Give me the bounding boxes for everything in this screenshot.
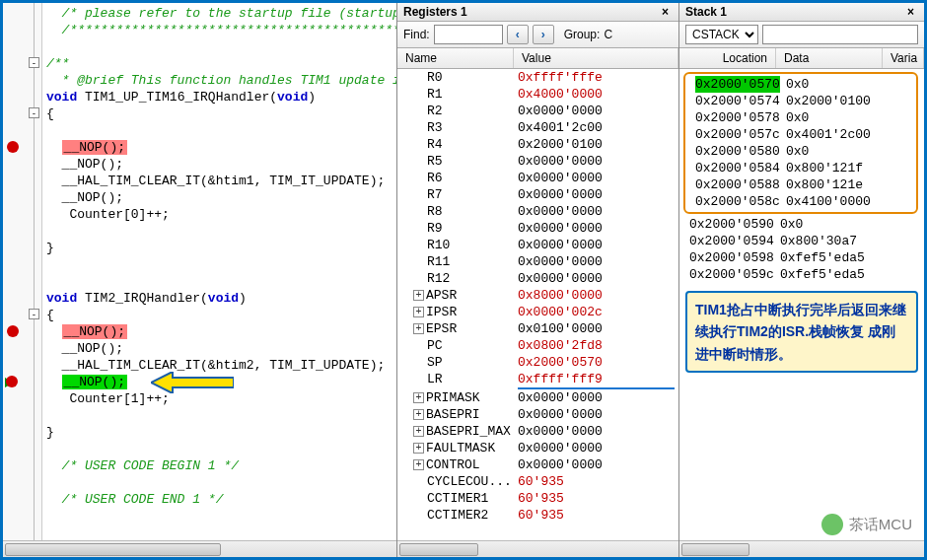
stack-row[interactable]: 0x2000'05880x800'121e <box>685 176 916 193</box>
breakpoint-icon[interactable] <box>7 325 19 337</box>
register-row[interactable]: LR0xffff'fff9 <box>397 371 678 389</box>
register-row[interactable]: R120x0000'0000 <box>397 270 678 287</box>
close-icon[interactable]: × <box>658 5 673 19</box>
stack-row[interactable]: 0x2000'057c0x4001'2c00 <box>685 126 916 143</box>
register-name: BASEPRI <box>426 407 480 422</box>
register-row[interactable]: R50x0000'0000 <box>397 153 678 170</box>
code-editor-panel: --- /* please refer to the startup file … <box>3 3 397 557</box>
stack-row[interactable]: 0x2000'05980xfef5'eda5 <box>679 249 924 266</box>
annotation-box: TIM1抢占中断执行完毕后返回来继续执行TIM2的ISR.栈帧恢复 成刚进中断时… <box>685 291 918 373</box>
register-row[interactable]: SP0x2000'0570 <box>397 354 678 371</box>
register-row[interactable]: R70x0000'0000 <box>397 186 678 203</box>
find-input[interactable] <box>434 25 503 44</box>
expand-icon[interactable]: + <box>413 443 424 454</box>
register-row[interactable]: CYCLECOU...60'935 <box>397 473 678 490</box>
stack-location: 0x2000'0570 <box>695 76 780 93</box>
stack-location: 0x2000'0580 <box>695 144 780 159</box>
group-value[interactable]: C <box>604 28 612 41</box>
col-value[interactable]: Value <box>514 48 678 68</box>
code-body[interactable]: --- /* please refer to the startup file … <box>3 3 396 540</box>
register-row[interactable]: R60x0000'0000 <box>397 170 678 186</box>
register-row[interactable]: +APSR0x8000'0000 <box>397 287 678 304</box>
register-name: R8 <box>427 204 443 219</box>
stack-row[interactable]: 0x2000'05700x0 <box>685 76 916 93</box>
breakpoint-icon[interactable] <box>7 141 19 153</box>
stack-row[interactable]: 0x2000'05800x0 <box>685 143 916 160</box>
register-row[interactable]: R100x0000'0000 <box>397 237 678 253</box>
register-value: 0x0000'0000 <box>518 186 675 203</box>
stack-address-input[interactable] <box>762 25 918 44</box>
fold-icon[interactable]: - <box>29 107 39 118</box>
register-row[interactable]: R80x0000'0000 <box>397 203 678 220</box>
expand-icon[interactable]: + <box>413 426 424 437</box>
close-icon[interactable]: × <box>903 5 918 19</box>
stack-data: 0x0 <box>780 216 920 233</box>
expand-icon[interactable]: + <box>413 392 424 403</box>
register-name: R11 <box>427 254 450 269</box>
register-name: R6 <box>427 171 443 185</box>
code-gutter: --- <box>3 3 42 540</box>
col-location[interactable]: Location <box>679 48 776 68</box>
stack-row[interactable]: 0x2000'05940x800'30a7 <box>679 233 924 249</box>
expand-icon[interactable]: + <box>413 459 424 470</box>
register-value: 0x0000'002c <box>518 304 675 320</box>
expand-icon[interactable]: + <box>413 409 424 420</box>
register-name: PC <box>427 338 443 353</box>
expand-icon[interactable]: + <box>413 323 424 334</box>
register-name: R7 <box>427 187 443 202</box>
register-row[interactable]: +BASEPRI_MAX0x0000'0000 <box>397 423 678 440</box>
code-hscrollbar[interactable] <box>3 540 396 557</box>
stack-hscrollbar[interactable] <box>679 540 924 557</box>
register-row[interactable]: R40x2000'0100 <box>397 136 678 153</box>
stack-titlebar: Stack 1 × <box>679 3 924 22</box>
stack-select[interactable]: CSTACK <box>685 25 758 44</box>
stack-data: 0x4100'0000 <box>786 193 912 210</box>
register-row[interactable]: +PRIMASK0x0000'0000 <box>397 389 678 406</box>
register-name: CONTROL <box>426 457 480 472</box>
stack-row[interactable]: 0x2000'058c0x4100'0000 <box>685 193 916 210</box>
registers-body[interactable]: R00xffff'fffeR10x4000'0000R20x0000'0000R… <box>397 69 678 540</box>
stack-location: 0x2000'0590 <box>683 216 780 233</box>
col-name[interactable]: Name <box>397 48 514 68</box>
find-next-button[interactable]: › <box>533 25 554 44</box>
register-row[interactable]: +EPSR0x0100'0000 <box>397 320 678 337</box>
register-value: 0x4000'0000 <box>518 86 675 103</box>
col-data[interactable]: Data <box>776 48 883 68</box>
register-value: 0x0000'0000 <box>518 220 675 237</box>
register-row[interactable]: R20x0000'0000 <box>397 103 678 119</box>
stack-row[interactable]: 0x2000'05840x800'121f <box>685 160 916 176</box>
stack-row[interactable]: 0x2000'05740x2000'0100 <box>685 93 916 109</box>
watermark-text: 茶话MCU <box>849 516 912 534</box>
find-prev-button[interactable]: ‹ <box>507 25 529 44</box>
register-row[interactable]: R30x4001'2c00 <box>397 119 678 136</box>
fold-icon[interactable]: - <box>29 309 39 319</box>
register-value: 0x0000'0000 <box>518 456 675 473</box>
register-row[interactable]: CCTIMER260'935 <box>397 507 678 524</box>
register-row[interactable]: R110x0000'0000 <box>397 253 678 270</box>
stack-row[interactable]: 0x2000'05900x0 <box>679 216 924 233</box>
register-value: 0x0000'0000 <box>518 423 675 440</box>
register-name: APSR <box>426 288 457 303</box>
register-row[interactable]: R00xffff'fffe <box>397 69 678 86</box>
fold-icon[interactable]: - <box>29 57 39 68</box>
register-row[interactable]: +BASEPRI0x0000'0000 <box>397 406 678 423</box>
register-row[interactable]: +IPSR0x0000'002c <box>397 304 678 320</box>
register-row[interactable]: R10x4000'0000 <box>397 86 678 103</box>
stack-row[interactable]: 0x2000'059c0xfef5'eda5 <box>679 266 924 283</box>
expand-icon[interactable]: + <box>413 307 424 317</box>
breakpoint-icon[interactable] <box>6 376 18 387</box>
register-name: EPSR <box>426 321 457 336</box>
register-row[interactable]: +FAULTMASK0x0000'0000 <box>397 440 678 456</box>
register-row[interactable]: CCTIMER160'935 <box>397 490 678 507</box>
col-varia[interactable]: Varia <box>883 48 924 68</box>
stack-body[interactable]: 0x2000'05700x00x2000'05740x2000'01000x20… <box>679 69 924 540</box>
register-row[interactable]: R90x0000'0000 <box>397 220 678 237</box>
expand-icon[interactable]: + <box>413 290 424 301</box>
register-name: FAULTMASK <box>426 441 495 455</box>
stack-title: Stack 1 <box>685 5 727 19</box>
register-name: CYCLECOU... <box>427 474 512 489</box>
registers-hscrollbar[interactable] <box>397 540 678 557</box>
stack-row[interactable]: 0x2000'05780x0 <box>685 109 916 126</box>
register-row[interactable]: PC0x0800'2fd8 <box>397 337 678 354</box>
register-row[interactable]: +CONTROL0x0000'0000 <box>397 456 678 473</box>
